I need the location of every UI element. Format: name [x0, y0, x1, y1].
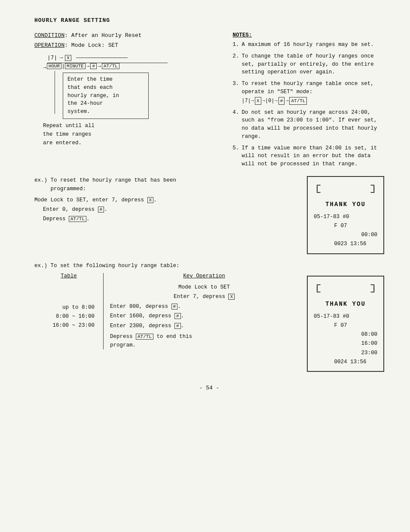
note-item-4: 4. Do not set an hourly range across 24:…: [233, 109, 384, 141]
step2-arrow3: →: [98, 63, 101, 70]
example1-line3: Depress AT/TL.: [43, 215, 298, 223]
flow-step1-pipe1: |7|: [47, 55, 57, 61]
display1-line2: F 07: [314, 222, 377, 231]
display2-line5: 23:00: [314, 349, 377, 358]
display2-line6: 0024 13:56: [314, 358, 377, 367]
repeat-text: Repeat until all the time ranges are ent…: [43, 122, 220, 147]
display2-line4: 16:00: [314, 339, 377, 348]
step2-box-hash: #: [90, 63, 97, 69]
display1-corners-bottom: └ ┘: [314, 188, 377, 196]
key-op-line1: Mode Lock to SET: [110, 283, 298, 292]
condition-label: CONDITION: [34, 32, 64, 39]
step2-box-hour: HOUR: [47, 63, 61, 69]
flow-step1-xbox: X: [65, 55, 71, 61]
table-row-2: 8:00 ~ 16:00: [34, 312, 103, 321]
display1-line4: 0023 13:56: [314, 240, 377, 249]
table-col-header: Table: [34, 273, 103, 279]
note-line-4: the 24-hour: [67, 100, 144, 108]
display1-line3: 00:00: [314, 231, 377, 240]
note-item-5: 5. If a time value more than 24:00 is se…: [233, 144, 384, 168]
display1-corners-top: ┌ ┐: [314, 181, 377, 189]
display2-line1: 05-17-83 #0: [314, 312, 377, 321]
example1-label: ex.) To reset the hourly range that has …: [34, 176, 298, 193]
display-box-1: ┌ ┐ └ ┘ THANK YOU 05-17-83 #0 F 07 00:00…: [307, 176, 384, 254]
note-box: Enter the time that ends each hourly ran…: [63, 73, 149, 119]
corner-br: ┘: [370, 188, 377, 196]
display1-thank-you: THANK YOU: [314, 200, 377, 210]
key-op-header: Key Operation: [110, 273, 298, 279]
display2-corners-bottom: └ ┘: [314, 288, 377, 296]
step2-arrow2: →: [86, 63, 90, 70]
step2-box-attl: AT/TL: [102, 63, 119, 69]
display2-corners-top: ┌ ┐: [314, 281, 377, 289]
key-op-line3: Enter 800, depress #.: [110, 302, 298, 312]
corner2-br: ┘: [370, 288, 377, 296]
condition-text: After an Hourly Reset: [71, 32, 142, 39]
key-op-line4: Enter 1600, depress #.: [110, 311, 298, 321]
example1-line2: Enter 0, depress #.: [43, 205, 298, 214]
operation-label: OPERATION: [34, 42, 64, 49]
note-item-2: 2. To change the table of hourly ranges …: [233, 52, 384, 76]
display2-thank-you: THANK YOU: [314, 299, 377, 310]
note-item-1: 1. A maximum of 16 hourly ranges may be …: [233, 41, 384, 49]
key-op-line2: Enter 7, depress X: [110, 292, 298, 302]
flow-step1-line: [76, 58, 128, 58]
notes-list: 1. A maximum of 16 hourly ranges may be …: [233, 41, 384, 168]
step2-sep1: |: [61, 63, 65, 70]
display2-line2: F 07: [314, 321, 377, 330]
notes-title: NOTES:: [233, 32, 384, 38]
step2-box-minute: MINUTE: [65, 63, 86, 69]
page-title: HOURLY RANGE SETTING: [34, 17, 384, 24]
note-line-3: hourly range, in: [67, 92, 144, 100]
key-op-line6: Depress AT/TL to end thisprogram.: [110, 332, 298, 350]
note-line-2: that ends each: [67, 84, 144, 92]
operation-colon: :: [64, 42, 71, 49]
display-box-2: ┌ ┐ └ ┘ THANK YOU 05-17-83 #0 F 07 08:00…: [307, 276, 384, 372]
display1-line1: 05-17-83 #0: [314, 213, 377, 222]
key-op-line5: Enter 2300, depress #.: [110, 321, 298, 331]
example1-line1: Mode Lock to SET, enter 7, depress X.: [34, 196, 298, 204]
condition-colon: :: [64, 32, 71, 39]
corner2-bl: └: [314, 288, 321, 296]
page-number: - 54 -: [34, 385, 384, 391]
table-rows-area: up to 8:00 8:00 ~ 16:00 16:00 ~ 23:00: [34, 303, 103, 331]
step2-arrow: →: [43, 64, 46, 71]
table-row-3: 16:00 ~ 23:00: [34, 321, 103, 330]
operation-text: Mode Lock: SET: [71, 42, 118, 49]
flow-arrow1: →: [59, 55, 63, 61]
table-row-1: up to 8:00: [34, 303, 103, 312]
note-line-1: Enter the time: [67, 76, 144, 84]
corner-bl: └: [314, 188, 321, 196]
display2-line3: 08:00: [314, 330, 377, 339]
note-item-3: 3. To reset the hourly range table once …: [233, 80, 384, 105]
note-line-5: system.: [67, 108, 144, 116]
example2-label: ex.) To set the following hourly range t…: [34, 263, 298, 269]
